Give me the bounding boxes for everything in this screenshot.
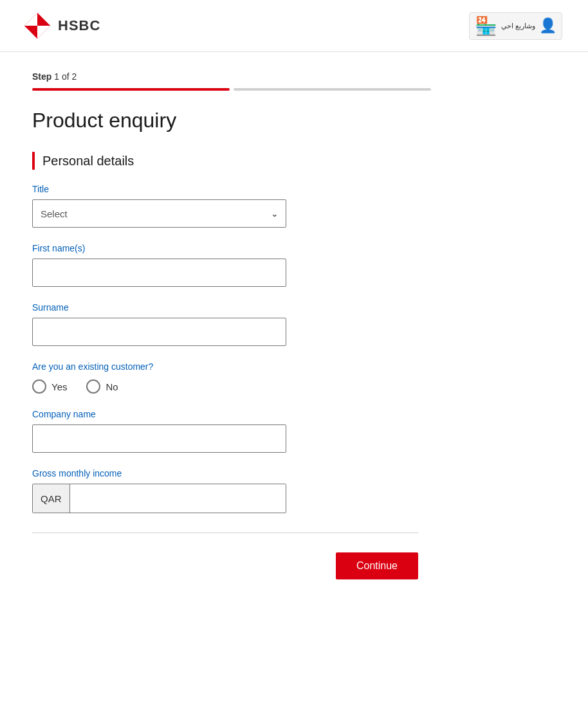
gross-income-field-group: Gross monthly income QAR (32, 468, 418, 513)
section-heading-bar (32, 152, 35, 170)
surname-input[interactable] (32, 318, 286, 346)
svg-marker-4 (37, 26, 50, 39)
header: HSBC 🏪 وشاريع احي 👤 (0, 0, 588, 52)
button-row: Continue (32, 552, 418, 579)
surname-label: Surname (32, 302, 418, 313)
first-name-field-group: First name(s) (32, 243, 418, 287)
surname-field-group: Surname (32, 302, 418, 346)
progress-bar (32, 88, 431, 91)
currency-prefix: QAR (33, 484, 70, 513)
title-select[interactable]: Select Mr Mrs Ms Dr Prof (32, 199, 286, 228)
step-bold-text: Step (32, 71, 51, 82)
radio-no-input[interactable] (86, 379, 100, 394)
radio-no-option[interactable]: No (86, 379, 118, 394)
radio-yes-option[interactable]: Yes (32, 379, 67, 394)
svg-marker-1 (24, 13, 37, 26)
progress-segment-2 (234, 88, 431, 91)
main-content: Step 1 of 2 Product enquiry Personal det… (0, 52, 450, 605)
shop-icon: 🏪 (475, 15, 497, 37)
gross-income-input-wrapper: QAR (32, 484, 286, 513)
company-name-field-group: Company name (32, 409, 418, 453)
title-select-wrapper: Select Mr Mrs Ms Dr Prof ⌄ (32, 199, 286, 228)
form-divider (32, 532, 418, 533)
section-heading: Personal details (32, 152, 418, 170)
first-name-label: First name(s) (32, 243, 418, 253)
title-field-group: Title Select Mr Mrs Ms Dr Prof ⌄ (32, 184, 418, 228)
section-heading-text: Personal details (42, 154, 134, 168)
radio-yes-label: Yes (51, 381, 67, 392)
title-label: Title (32, 184, 418, 194)
existing-customer-label: Are you an existing customer? (32, 361, 418, 372)
svg-marker-3 (24, 26, 37, 39)
step-current-num: 1 (54, 71, 59, 82)
radio-no-label: No (106, 381, 118, 392)
progress-segment-1 (32, 88, 230, 91)
continue-button[interactable]: Continue (336, 552, 418, 579)
radio-yes-input[interactable] (32, 379, 46, 394)
company-name-label: Company name (32, 409, 418, 419)
svg-marker-2 (37, 13, 50, 26)
step-of-text: of (62, 71, 69, 82)
brand-text: وشاريع احي (501, 22, 535, 30)
step-label: Step 1 of 2 (32, 71, 418, 82)
step-total-num: 2 (72, 71, 77, 82)
first-name-input[interactable] (32, 259, 286, 287)
radio-options: Yes No (32, 379, 418, 394)
gross-income-input[interactable] (70, 484, 286, 513)
logo-text: HSBC (58, 17, 100, 34)
hsbc-logo-icon (23, 12, 51, 40)
company-name-input[interactable] (32, 424, 286, 453)
existing-customer-group: Are you an existing customer? Yes No (32, 361, 418, 394)
gross-income-label: Gross monthly income (32, 468, 418, 478)
logo-container: HSBC (23, 12, 100, 40)
top-right-brand-icon: 🏪 وشاريع احي 👤 (469, 12, 562, 40)
person-icon: 👤 (539, 17, 556, 34)
page-title: Product enquiry (32, 109, 418, 132)
